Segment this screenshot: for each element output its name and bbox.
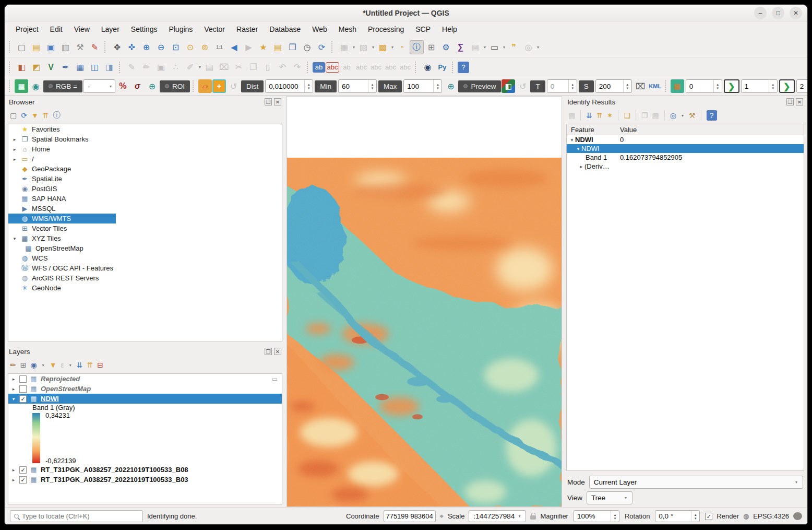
preview-rgb-button[interactable]: ◧ — [501, 79, 515, 93]
zoom-to-layer-button[interactable]: ⊚ — [198, 40, 212, 54]
identify-row-band[interactable]: Band 1 0.162073794852905 — [567, 153, 804, 162]
menu-raster[interactable]: Raster — [232, 23, 262, 35]
select-by-location-button[interactable]: ▫ — [395, 40, 409, 54]
deselect-all-dropdown[interactable]: ▾ — [390, 45, 395, 50]
toolbar-grip[interactable] — [9, 62, 12, 73]
class1-spin-arrows[interactable]: ▴▾ — [769, 80, 777, 92]
identify-collapse-all-button[interactable]: ⇈ — [596, 111, 603, 120]
preview-zoom-button[interactable]: ⊕ — [444, 79, 458, 93]
layer-styling-button[interactable]: ✏ — [10, 361, 16, 369]
layer-checkbox[interactable] — [19, 385, 27, 393]
menu-mesh[interactable]: Mesh — [334, 23, 361, 35]
data-source-manager-button[interactable]: ◧ — [15, 60, 29, 74]
magnifier-spinbox[interactable]: 100%▴▾ — [574, 510, 619, 522]
menu-scp[interactable]: SCP — [411, 23, 435, 35]
label-move-button[interactable]: abc — [369, 60, 383, 74]
collapser-icon[interactable]: ▾ — [569, 137, 575, 143]
save-project-button[interactable]: ▣ — [44, 40, 58, 54]
identify-row-feature[interactable]: ▾NDWI — [567, 144, 804, 153]
menu-settings[interactable]: Settings — [126, 23, 162, 35]
browser-refresh-button[interactable]: ⟳ — [21, 111, 27, 120]
map-raster[interactable] — [287, 158, 562, 507]
max-spin-arrows[interactable]: ▴▾ — [433, 80, 441, 92]
layer-labeling-button[interactable]: ab — [313, 62, 325, 73]
digitize-points-button[interactable]: ∴ — [169, 60, 183, 74]
collapse-all-layers-button[interactable]: ⇈ — [87, 361, 93, 369]
browser-item-arcgis-rest[interactable]: ◍ArcGIS REST Servers — [8, 273, 282, 283]
scp-trash-button[interactable]: ⌧ — [634, 79, 648, 93]
advanced-digitizing-button[interactable]: ✐ — [183, 60, 197, 74]
identify-features-button[interactable]: ⓘ — [410, 40, 424, 54]
rotation-spinbox[interactable]: 0,0 °▴▾ — [655, 510, 700, 522]
browser-add-layer-button[interactable]: ▢ — [10, 111, 17, 120]
identify-row-derived[interactable]: ▸(Deriv… — [567, 162, 804, 171]
redo-button[interactable]: ↷ — [290, 60, 304, 74]
layers-float-button[interactable]: ❐ — [265, 348, 272, 355]
rotation-spin-arrows[interactable]: ▴▾ — [691, 511, 699, 522]
memory-layer-indicator-icon[interactable]: ▭ — [272, 375, 278, 383]
browser-item-geonode[interactable]: ✳GeoNode — [8, 283, 282, 293]
label-change-button[interactable]: abc — [398, 60, 412, 74]
maximize-button[interactable]: □ — [772, 7, 784, 19]
scp-fit-button[interactable]: % — [116, 79, 130, 93]
min-spinbox[interactable]: 60▴▾ — [338, 79, 377, 93]
minimize-button[interactable]: – — [754, 7, 767, 19]
title-bar[interactable]: *Untitled Project — QGIS – □ ✕ — [5, 5, 807, 21]
save-edits-button[interactable]: ▣ — [154, 60, 168, 74]
scp-run1-button[interactable]: ❯ — [724, 79, 739, 93]
select-features-button[interactable]: ▦ — [337, 40, 351, 54]
roi-redo-button[interactable]: ↺ — [226, 79, 241, 93]
attribute-table-button[interactable]: ▤ — [468, 40, 482, 54]
toolbar-grip[interactable] — [9, 80, 12, 92]
coordinate-input[interactable] — [384, 510, 436, 522]
menu-help[interactable]: Help — [437, 23, 462, 35]
browser-item-geopackage[interactable]: ◆GeoPackage — [8, 164, 282, 174]
cut-features-button[interactable]: ✂ — [232, 60, 246, 74]
clear-results-button[interactable]: ❏ — [624, 111, 630, 120]
form-view-button[interactable]: ▤ — [568, 111, 575, 120]
class0-spin-arrows[interactable]: ▴▾ — [713, 80, 722, 92]
expand-all-layers-button[interactable]: ⇊ — [77, 361, 83, 369]
browser-item-spatial-bookmarks[interactable]: ▸❒Spatial Bookmarks — [8, 134, 282, 144]
run-feature-action-dropdown[interactable]: ▾ — [536, 45, 540, 50]
zoom-to-selection-button[interactable]: ⊙ — [183, 40, 197, 54]
toolbar-grip[interactable] — [119, 62, 122, 73]
browser-close-button[interactable]: ✕ — [274, 98, 281, 105]
expander-icon[interactable]: ▸ — [578, 164, 584, 169]
style-manager-button[interactable]: ⚒ — [73, 40, 87, 54]
manage-themes-button[interactable]: ◉ — [30, 361, 37, 369]
feature-column-header[interactable]: Feature — [567, 126, 618, 134]
magnifier-spin-arrows[interactable]: ▴▾ — [611, 511, 619, 522]
browser-item-favorites[interactable]: ★Favorites — [8, 124, 282, 134]
label-pin-button[interactable]: ab — [340, 60, 354, 74]
copy-features-button[interactable]: ❐ — [246, 60, 260, 74]
toolbar-grip[interactable] — [193, 80, 196, 92]
scp-zoom-button[interactable]: ⊕ — [145, 79, 159, 93]
new-spatialite-button[interactable]: ✒ — [58, 60, 73, 74]
identify-float-button[interactable]: ❐ — [786, 98, 794, 105]
map-tips-button[interactable]: ❞ — [507, 40, 521, 54]
browser-item-mssql[interactable]: ▶MSSQL — [8, 204, 282, 214]
identify-help-button[interactable]: ? — [707, 110, 717, 121]
menu-web[interactable]: Web — [307, 23, 332, 35]
roi-add-button[interactable]: + — [212, 79, 226, 93]
mode-select[interactable]: Current Layer▾ — [589, 476, 803, 489]
identify-expand-all-button[interactable]: ⇊ — [586, 111, 592, 120]
expander-icon[interactable]: ▸ — [11, 157, 18, 162]
toolbar-grip[interactable] — [452, 62, 455, 73]
refresh-button[interactable]: ⟳ — [315, 40, 329, 54]
zoom-native-button[interactable]: 1:1 — [212, 40, 226, 54]
browser-item-spatialite[interactable]: ✒SpatiaLite — [8, 174, 282, 184]
zoom-last-button[interactable]: ◀ — [227, 40, 241, 54]
copy-results-button[interactable]: ❐ — [641, 111, 648, 120]
map-canvas[interactable] — [286, 96, 562, 507]
scp-kml-button[interactable]: KML — [648, 79, 662, 93]
mode-select-dropdown[interactable]: ▾ — [794, 480, 798, 485]
scp-band-tools-button[interactable]: ◉ — [29, 79, 43, 93]
layer-row-ndwi[interactable]: ▾✓▦NDWI — [8, 394, 282, 404]
field-calculator-button[interactable]: ⊞ — [424, 40, 438, 54]
layer-checkbox[interactable]: ✓ — [19, 395, 27, 403]
browser-item-wms-wmts[interactable]: ◍WMS/WMTS — [8, 214, 116, 223]
scale-combo-dropdown[interactable]: ▾ — [517, 514, 521, 519]
deselect-all-button[interactable]: ▩ — [376, 40, 390, 54]
